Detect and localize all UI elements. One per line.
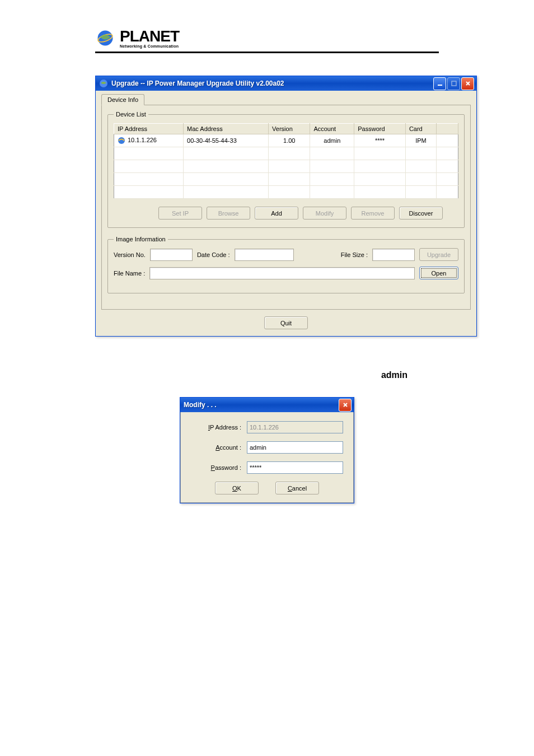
- password-label: Password :: [191, 464, 247, 471]
- ip-label: IP Address :: [191, 424, 247, 431]
- cell-mac: 00-30-4f-55-44-33: [184, 134, 269, 147]
- file-size-label: File Size :: [341, 251, 368, 258]
- account-label: Account :: [191, 444, 247, 451]
- image-info-group: Image Information Version No. Date Code …: [107, 236, 465, 293]
- table-row[interactable]: [114, 160, 458, 173]
- cell-password: ****: [354, 134, 406, 147]
- cell-ip: 10.1.1.226: [128, 137, 157, 143]
- tab-panel-device-info: Device List IP Address Mac Address Versi…: [101, 105, 471, 310]
- open-button[interactable]: Open: [419, 267, 458, 279]
- cell-account: admin: [310, 134, 354, 147]
- close-button[interactable]: [461, 77, 474, 90]
- version-no-field: [150, 249, 193, 261]
- file-size-field: [372, 249, 415, 261]
- col-password[interactable]: Password: [354, 124, 406, 134]
- maximize-button: [447, 77, 460, 90]
- file-name-field: [149, 267, 415, 279]
- cell-card: IPM: [405, 134, 436, 147]
- app-icon: [99, 79, 108, 88]
- date-code-label: Date Code :: [197, 251, 230, 258]
- file-name-label: File Name :: [114, 270, 145, 277]
- ip-field: [247, 421, 343, 433]
- device-list-group: Device List IP Address Mac Address Versi…: [107, 111, 465, 228]
- add-button[interactable]: Add: [255, 207, 298, 220]
- col-account[interactable]: Account: [310, 124, 354, 134]
- date-code-field: [235, 249, 294, 261]
- password-field[interactable]: [247, 461, 343, 474]
- upgrade-button: Upgrade: [419, 248, 458, 261]
- browse-button: Browse: [207, 207, 250, 220]
- device-table[interactable]: IP Address Mac Address Version Account P…: [114, 123, 458, 199]
- svg-rect-4: [452, 81, 456, 86]
- planet-globe-icon: [95, 28, 115, 48]
- col-mac[interactable]: Mac Address: [184, 124, 269, 134]
- ok-button[interactable]: OK: [215, 482, 259, 494]
- col-version[interactable]: Version: [269, 124, 310, 134]
- col-ip[interactable]: IP Address: [114, 124, 184, 134]
- window-titlebar[interactable]: Upgrade -- IP Power Manager Upgrade Util…: [96, 76, 476, 91]
- table-row[interactable]: [114, 147, 458, 160]
- table-row[interactable]: [114, 173, 458, 186]
- window-title: Upgrade -- IP Power Manager Upgrade Util…: [111, 80, 433, 87]
- admin-text: admin: [95, 370, 439, 380]
- cell-version: 1.00: [269, 134, 310, 147]
- brand-name: PLANET: [120, 29, 179, 44]
- ie-icon: [118, 137, 125, 144]
- image-info-legend: Image Information: [114, 236, 168, 242]
- set-ip-button: Set IP: [158, 207, 202, 220]
- device-list-legend: Device List: [114, 111, 148, 118]
- dialog-close-button[interactable]: [339, 399, 352, 412]
- col-card[interactable]: Card: [405, 124, 436, 134]
- account-field[interactable]: [247, 441, 343, 454]
- quit-button[interactable]: Quit: [264, 316, 308, 329]
- svg-rect-3: [438, 85, 442, 86]
- discover-button[interactable]: Discover: [399, 207, 443, 220]
- brand-header: PLANET Networking & Communication: [95, 28, 439, 53]
- table-row[interactable]: 10.1.1.226 00-30-4f-55-44-33 1.00 admin …: [114, 134, 458, 147]
- version-no-label: Version No.: [114, 251, 146, 258]
- tab-device-info[interactable]: Device Info: [101, 94, 144, 105]
- minimize-button[interactable]: [433, 77, 446, 90]
- modify-button: Modify: [303, 207, 346, 220]
- dialog-titlebar[interactable]: Modify . . .: [180, 398, 354, 412]
- col-extra: [437, 124, 458, 134]
- cancel-button[interactable]: Cancel: [275, 482, 319, 494]
- modify-dialog: Modify . . . IP Address : Account :: [180, 397, 354, 503]
- remove-button: Remove: [351, 207, 395, 220]
- table-row[interactable]: [114, 186, 458, 199]
- brand-tagline: Networking & Communication: [120, 44, 179, 48]
- dialog-title: Modify . . .: [184, 401, 339, 409]
- upgrade-window: Upgrade -- IP Power Manager Upgrade Util…: [95, 76, 477, 337]
